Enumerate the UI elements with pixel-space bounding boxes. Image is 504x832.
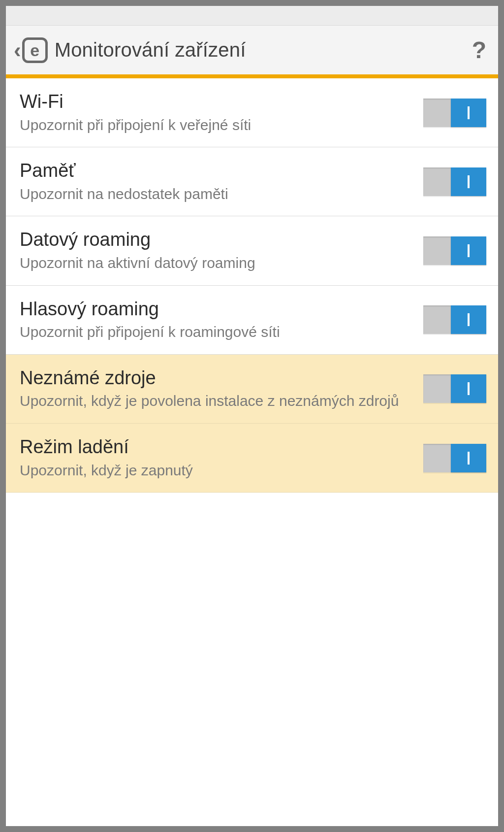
chevron-left-icon: ‹ [14,39,21,61]
setting-text: Režim laděníUpozornit, když je zapnutý [20,436,423,479]
setting-title: Wi-Fi [20,91,415,113]
status-bar [6,6,498,26]
setting-row-voice-roaming[interactable]: Hlasový roamingUpozornit při připojení k… [6,286,498,355]
setting-subtitle: Upozornit při připojení k veřejné síti [20,116,415,134]
setting-text: PaměťUpozornit na nedostatek paměti [20,160,423,203]
setting-text: Neznámé zdrojeUpozornit, když je povolen… [20,367,423,410]
setting-row-data-roaming[interactable]: Datový roamingUpozornit na aktivní datov… [6,216,498,285]
toggle-debug-mode[interactable] [423,444,486,472]
toggle-knob-icon [451,374,486,403]
app-window: ‹ e Monitorování zařízení ? Wi-FiUpozorn… [6,6,498,826]
setting-row-debug-mode[interactable]: Režim laděníUpozornit, když je zapnutý [6,424,498,493]
setting-subtitle: Upozornit na aktivní datový roaming [20,254,415,272]
toggle-wifi[interactable] [423,99,486,127]
eset-logo-icon: e [22,37,48,63]
toggle-knob-icon [451,444,486,472]
page-title: Monitorování zařízení [55,39,472,61]
toggle-knob-icon [451,305,486,334]
help-button[interactable]: ? [472,36,486,64]
setting-subtitle: Upozornit, když je zapnutý [20,461,415,480]
toggle-voice-roaming[interactable] [423,305,486,334]
setting-title: Paměť [20,160,415,182]
toggle-unknown-sources[interactable] [423,374,486,403]
settings-list: Wi-FiUpozornit při připojení k veřejné s… [6,78,498,826]
toggle-data-roaming[interactable] [423,236,486,265]
setting-text: Hlasový roamingUpozornit při připojení k… [20,299,423,341]
toggle-knob-icon [451,99,486,127]
setting-title: Neznámé zdroje [20,367,415,389]
back-button[interactable]: ‹ e [14,37,48,63]
setting-title: Datový roaming [20,229,415,251]
setting-title: Režim ladění [20,436,415,458]
setting-text: Wi-FiUpozornit při připojení k veřejné s… [20,91,423,134]
toggle-knob-icon [451,167,486,196]
setting-subtitle: Upozornit, když je povolena instalace z … [20,392,415,410]
toggle-knob-icon [451,236,486,265]
setting-row-wifi[interactable]: Wi-FiUpozornit při připojení k veřejné s… [6,78,498,147]
setting-row-unknown-sources[interactable]: Neznámé zdrojeUpozornit, když je povolen… [6,355,498,424]
setting-text: Datový roamingUpozornit na aktivní datov… [20,229,423,272]
setting-row-memory[interactable]: PaměťUpozornit na nedostatek paměti [6,147,498,216]
setting-title: Hlasový roaming [20,299,415,320]
toggle-memory[interactable] [423,167,486,196]
setting-subtitle: Upozornit při připojení k roamingové sít… [20,323,415,341]
app-header: ‹ e Monitorování zařízení ? [6,26,498,78]
setting-subtitle: Upozornit na nedostatek paměti [20,185,415,203]
